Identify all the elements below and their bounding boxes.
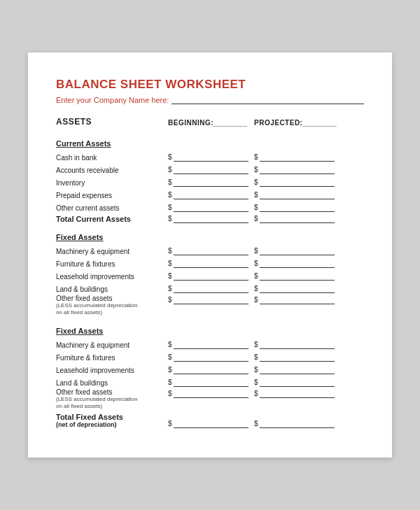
total-fixed-assets-row: Total Fixed Assets (net of depreciation)… xyxy=(56,413,364,428)
row-inventory: Inventory $ $ xyxy=(56,176,364,187)
beginning-field[interactable]: $ xyxy=(168,178,248,187)
projected-field[interactable]: $ xyxy=(254,166,335,174)
beginning-field[interactable]: $ xyxy=(168,378,248,387)
depreciation-note: (LESS accumulated depreciationon all fix… xyxy=(56,302,168,317)
row-label: Land & buildings xyxy=(56,285,168,293)
fixed-assets-2-label: Fixed Assets xyxy=(56,327,364,335)
row-other-current-assets: Other current assets $ $ xyxy=(56,201,364,212)
projected-header: PROJECTED:________ xyxy=(254,119,335,127)
row-prepaid-expenses: Prepaid expenses $ $ xyxy=(56,188,364,199)
total-current-assets-label: Total Current Assets xyxy=(56,215,168,223)
row-label: Machinery & equipment xyxy=(56,341,168,349)
current-assets-label: Current Assets xyxy=(56,139,364,148)
section-current-assets: Current Assets Cash in bank $ $ Accounts… xyxy=(56,139,364,223)
note-row: Other fixed assets (LESS accumulated dep… xyxy=(56,295,364,317)
row-label: Leasehold improvements xyxy=(56,273,168,281)
projected-field[interactable]: $ xyxy=(254,378,335,387)
projected-field[interactable]: $ xyxy=(254,285,335,293)
page-title: BALANCE SHEET WORKSHEET xyxy=(56,78,364,92)
row-label: Prepaid expenses xyxy=(56,192,168,199)
row-label: Other current assets xyxy=(56,204,168,212)
beginning-field[interactable]: $ xyxy=(168,204,248,212)
row-other-fixed-1-block: Other fixed assets (LESS accumulated dep… xyxy=(56,295,364,317)
row-accounts-receivable: Accounts receivable $ $ xyxy=(56,163,364,174)
section-fixed-assets-2: Fixed Assets Machinery & equipment $ $ F… xyxy=(56,327,364,429)
projected-field[interactable]: $ xyxy=(254,366,335,374)
row-machinery-2: Machinery & equipment $ $ xyxy=(56,338,364,349)
beginning-field[interactable]: $ xyxy=(168,260,248,268)
beginning-total-fixed-field[interactable]: $ xyxy=(168,420,248,428)
projected-field[interactable]: $ xyxy=(254,204,335,212)
assets-header: ASSETS xyxy=(56,117,168,127)
company-prompt: Enter your Company Name here: xyxy=(56,96,169,104)
row-label: Other fixed assets xyxy=(56,388,168,396)
beginning-field[interactable]: $ xyxy=(168,341,248,349)
row-label: Leasehold improvements xyxy=(56,367,168,374)
row-label: Inventory xyxy=(56,179,168,187)
row-land-2: Land & buildings $ $ xyxy=(56,376,364,387)
row-furniture-2: Furniture & fixtures $ $ xyxy=(56,350,364,362)
beginning-field[interactable]: $ xyxy=(168,390,248,398)
projected-field[interactable]: $ xyxy=(254,178,335,187)
total-fixed-assets-sub: (net of depreciation) xyxy=(56,421,168,428)
projected-field[interactable]: $ xyxy=(254,353,335,362)
beginning-field[interactable]: $ xyxy=(168,285,248,293)
depreciation-note-2: (LESS accumulated depreciationon all fix… xyxy=(56,396,168,411)
beginning-field[interactable]: $ xyxy=(168,353,248,362)
projected-total-fixed-field[interactable]: $ xyxy=(254,420,335,428)
projected-field[interactable]: $ xyxy=(254,390,335,398)
projected-field[interactable]: $ xyxy=(254,247,335,255)
beginning-header: BEGINNING:________ xyxy=(168,119,248,127)
row-label: Cash in bank xyxy=(56,154,168,162)
row-label: Furniture & fixtures xyxy=(56,260,168,268)
row-furniture-1: Furniture & fixtures $ $ xyxy=(56,257,364,268)
row-label: Accounts receivable xyxy=(56,167,168,174)
beginning-field[interactable]: $ xyxy=(168,166,248,174)
row-leasehold-2: Leasehold improvements $ $ xyxy=(56,363,364,374)
balance-sheet-page: BALANCE SHEET WORKSHEET Enter your Compa… xyxy=(28,52,392,458)
beginning-field[interactable]: $ xyxy=(168,366,248,374)
beginning-field[interactable]: $ xyxy=(168,153,248,162)
row-label: Land & buildings xyxy=(56,379,168,387)
row-cash-in-bank: Cash in bank $ $ xyxy=(56,150,364,162)
note-row: Other fixed assets (LESS accumulated dep… xyxy=(56,388,364,411)
fixed-assets-1-label: Fixed Assets xyxy=(56,233,364,241)
section-fixed-assets-1: Fixed Assets Machinery & equipment $ $ F… xyxy=(56,233,364,317)
beginning-field[interactable]: $ xyxy=(168,296,248,304)
company-name-underline[interactable] xyxy=(172,96,364,104)
row-label: Other fixed assets xyxy=(56,295,168,302)
total-fixed-assets-label: Total Fixed Assets xyxy=(56,413,168,421)
row-label: Machinery & equipment xyxy=(56,248,168,255)
company-name-line: Enter your Company Name here: xyxy=(56,96,364,104)
projected-field[interactable]: $ xyxy=(254,260,335,268)
row-leasehold-1: Leasehold improvements $ $ xyxy=(56,269,364,281)
beginning-total-field[interactable]: $ xyxy=(168,215,248,223)
projected-field[interactable]: $ xyxy=(254,191,335,199)
row-other-fixed-2-block: Other fixed assets (LESS accumulated dep… xyxy=(56,388,364,411)
beginning-field[interactable]: $ xyxy=(168,191,248,199)
projected-field[interactable]: $ xyxy=(254,153,335,162)
row-land-1: Land & buildings $ $ xyxy=(56,282,364,293)
row-label: Furniture & fixtures xyxy=(56,354,168,362)
projected-total-field[interactable]: $ xyxy=(254,215,335,223)
total-current-assets-row: Total Current Assets $ $ xyxy=(56,215,364,223)
projected-field[interactable]: $ xyxy=(254,341,335,349)
beginning-field[interactable]: $ xyxy=(168,272,248,281)
projected-field[interactable]: $ xyxy=(254,296,335,304)
columns-header-row: ASSETS BEGINNING:________ PROJECTED:____… xyxy=(56,117,364,129)
row-machinery-1: Machinery & equipment $ $ xyxy=(56,244,364,255)
beginning-field[interactable]: $ xyxy=(168,247,248,255)
projected-field[interactable]: $ xyxy=(254,272,335,281)
